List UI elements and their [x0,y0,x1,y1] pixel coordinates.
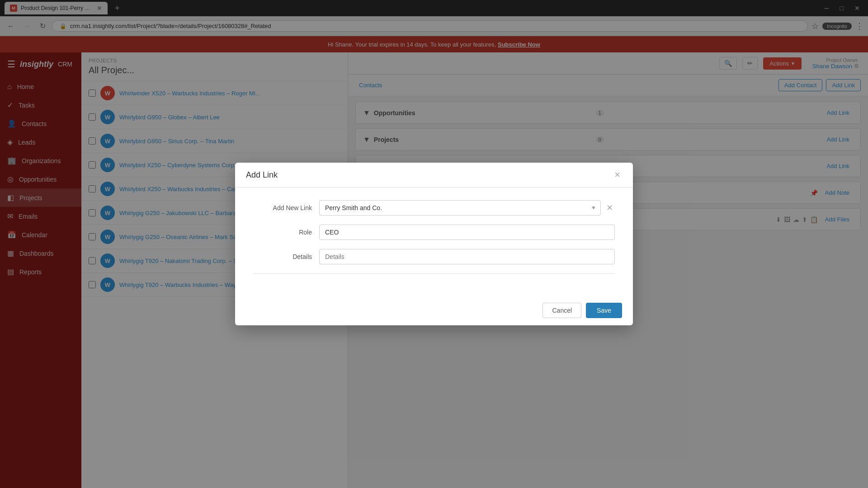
modal-body: Add New Link Perry Smith and Co. ▼ ✕ Rol… [235,188,633,296]
details-input[interactable] [319,249,615,264]
role-row: Role [253,225,615,240]
save-button[interactable]: Save [586,303,622,318]
modal-overlay: Add Link × Add New Link Perry Smith and … [0,0,868,488]
modal-header: Add Link × [235,163,633,188]
add-new-link-label: Add New Link [253,204,312,211]
details-label: Details [253,253,312,260]
add-new-link-select[interactable]: Perry Smith and Co. [319,200,601,216]
details-row: Details [253,249,615,264]
modal-separator [253,273,615,274]
role-label: Role [253,229,312,236]
add-new-link-row: Add New Link Perry Smith and Co. ▼ ✕ [253,200,615,216]
cancel-button[interactable]: Cancel [542,303,581,318]
add-link-modal: Add Link × Add New Link Perry Smith and … [235,163,633,325]
select-clear-button[interactable]: ✕ [604,203,615,213]
modal-footer: Cancel Save [235,296,633,325]
modal-title: Add Link [246,170,278,180]
modal-close-button[interactable]: × [613,170,622,180]
role-input[interactable] [319,225,615,240]
